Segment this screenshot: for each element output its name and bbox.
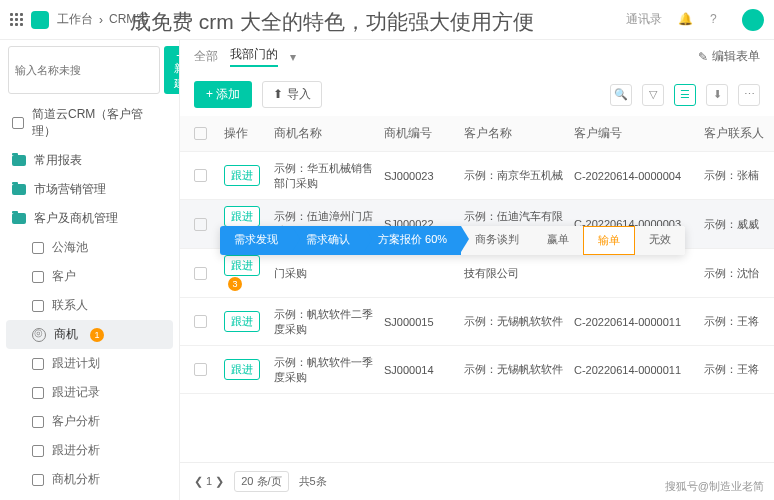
page-indicator: ❮ 1 ❯ [194, 475, 224, 488]
sidebar-item-record[interactable]: 跟进记录 [0, 378, 179, 407]
cell-contact: 示例：威威 [704, 217, 774, 232]
total-count: 共5条 [299, 474, 327, 489]
table-row[interactable]: 跟进 示例：帆软软件二季度采购 SJ000015 示例：无锡帆软软件 C-202… [180, 298, 774, 346]
search-icon[interactable]: 🔍 [610, 84, 632, 106]
list-view-icon[interactable]: ☰ [674, 84, 696, 106]
avatar[interactable] [742, 9, 764, 31]
cell-cust-code: C-20220614-0000011 [574, 316, 704, 328]
cell-name: 示例：帆软软件二季度采购 [274, 307, 384, 337]
select-all-checkbox[interactable] [194, 127, 207, 140]
step-quote[interactable]: 方案报价 60% [364, 226, 461, 255]
sidebar-item-crm[interactable]: 简道云CRM（客户管理） [0, 100, 179, 146]
cell-contact: 示例：王将 [704, 362, 774, 377]
apps-icon[interactable] [10, 13, 23, 26]
follow-button[interactable]: 跟进 [224, 255, 260, 276]
sidebar-item-contacts[interactable]: 联系人 [0, 291, 179, 320]
cell-contact: 示例：沈怡 [704, 266, 774, 281]
sidebar-item-customer-mgmt[interactable]: 客户及商机管理 [0, 204, 179, 233]
sidebar-item-pool[interactable]: 公海池 [0, 233, 179, 262]
new-button[interactable]: + 新建 [164, 46, 180, 94]
step-invalid[interactable]: 无效 [635, 226, 685, 255]
pencil-icon: ✎ [698, 50, 708, 64]
table-row[interactable]: 跟进 示例：帆软软件一季度采购 SJ000014 示例：无锡帆软软件 C-202… [180, 346, 774, 394]
row-checkbox[interactable] [194, 218, 207, 231]
cell-customer: 示例：南京华五机械 [464, 168, 574, 183]
upload-icon: ⬆ [273, 87, 283, 101]
overlay-watermark: 成免费 crm 大全的特色，功能强大使用方便 [130, 8, 534, 36]
data-table: 操作 商机名称 商机编号 客户名称 客户编号 客户联系人 销售阶段 跟进 示例：… [180, 116, 774, 462]
crumb-workspace[interactable]: 工作台 [57, 11, 93, 28]
table-row[interactable]: 跟进 示例：华五机械销售部门采购 SJ000023 示例：南京华五机械 C-20… [180, 152, 774, 200]
row-checkbox[interactable] [194, 363, 207, 376]
crumb-contacts[interactable]: 通讯录 [626, 11, 662, 28]
bell-icon[interactable]: 🔔 [678, 12, 694, 28]
help-icon[interactable]: ? [710, 12, 726, 28]
sidebar-item-opportunity[interactable]: 商机1 [6, 320, 173, 349]
sidebar: + 新建 简道云CRM（客户管理） 常用报表 市场营销管理 客户及商机管理 公海… [0, 40, 180, 500]
target-icon [32, 328, 46, 342]
cell-customer: 示例：无锡帆软软件 [464, 362, 574, 377]
cell-customer: 技有限公司 [464, 266, 574, 281]
follow-button[interactable]: 跟进 [224, 359, 260, 380]
cell-name: 示例：华五机械销售部门采购 [274, 161, 384, 191]
row-checkbox[interactable] [194, 169, 207, 182]
step-discover[interactable]: 需求发现 [220, 226, 292, 255]
cell-cust-code: C-20220614-0000004 [574, 170, 704, 182]
cell-code: SJ000014 [384, 364, 464, 376]
cell-cust-code: C-20220614-0000011 [574, 364, 704, 376]
row-checkbox[interactable] [194, 315, 207, 328]
sidebar-item-marketing[interactable]: 市场营销管理 [0, 175, 179, 204]
sales-stage-steps: 需求发现 需求确认 方案报价 60% 商务谈判 赢单 输单 无效 [220, 226, 685, 255]
cell-name: 示例：帆软软件一季度采购 [274, 355, 384, 385]
download-icon[interactable]: ⬇ [706, 84, 728, 106]
chevron-right-icon: › [99, 13, 103, 27]
sidebar-item-customer[interactable]: 客户 [0, 262, 179, 291]
search-input[interactable] [8, 46, 160, 94]
tab-all[interactable]: 全部 [194, 48, 218, 65]
cell-contact: 示例：王将 [704, 314, 774, 329]
step-win[interactable]: 赢单 [533, 226, 583, 255]
follow-button[interactable]: 跟进 [224, 206, 260, 227]
step-negotiate[interactable]: 商务谈判 [461, 226, 533, 255]
table-row[interactable]: 跟进3 门采购 技有限公司 示例：沈怡 赢单 [180, 249, 774, 298]
row-badge: 3 [228, 277, 242, 291]
sidebar-item-product-quote[interactable]: 产品报价管理 [0, 494, 179, 500]
logo [31, 11, 49, 29]
cell-customer: 示例：无锡帆软软件 [464, 314, 574, 329]
cell-contact: 示例：张楠 [704, 168, 774, 183]
sidebar-item-follow-analysis[interactable]: 跟进分析 [0, 436, 179, 465]
edit-form-button[interactable]: ✎编辑表单 [698, 48, 760, 65]
filter-icon[interactable]: ▽ [642, 84, 664, 106]
cell-code: SJ000023 [384, 170, 464, 182]
page-size-select[interactable]: 20 条/页 [234, 471, 288, 492]
sidebar-item-reports[interactable]: 常用报表 [0, 146, 179, 175]
step-confirm[interactable]: 需求确认 [292, 226, 364, 255]
step-lose[interactable]: 输单 [583, 226, 635, 255]
chevron-down-icon[interactable]: ▾ [290, 50, 296, 64]
badge-1: 1 [90, 328, 104, 342]
sidebar-item-plan[interactable]: 跟进计划 [0, 349, 179, 378]
sidebar-item-cust-analysis[interactable]: 客户分析 [0, 407, 179, 436]
more-icon[interactable]: ⋯ [738, 84, 760, 106]
follow-button[interactable]: 跟进 [224, 311, 260, 332]
cell-code: SJ000015 [384, 316, 464, 328]
content: 全部 我部门的 ▾ ✎编辑表单 + 添加 ⬆ 导入 🔍 ▽ ☰ ⬇ ⋯ 操作 商… [180, 40, 774, 500]
tab-my-dept[interactable]: 我部门的 [230, 46, 278, 67]
follow-button[interactable]: 跟进 [224, 165, 260, 186]
import-button[interactable]: ⬆ 导入 [262, 81, 321, 108]
table-header: 操作 商机名称 商机编号 客户名称 客户编号 客户联系人 销售阶段 [180, 116, 774, 152]
add-button[interactable]: + 添加 [194, 81, 252, 108]
footer-watermark: 搜狐号@制造业老简 [665, 479, 764, 494]
sidebar-item-opp-analysis[interactable]: 商机分析 [0, 465, 179, 494]
row-checkbox[interactable] [194, 267, 207, 280]
cell-name: 门采购 [274, 266, 384, 281]
